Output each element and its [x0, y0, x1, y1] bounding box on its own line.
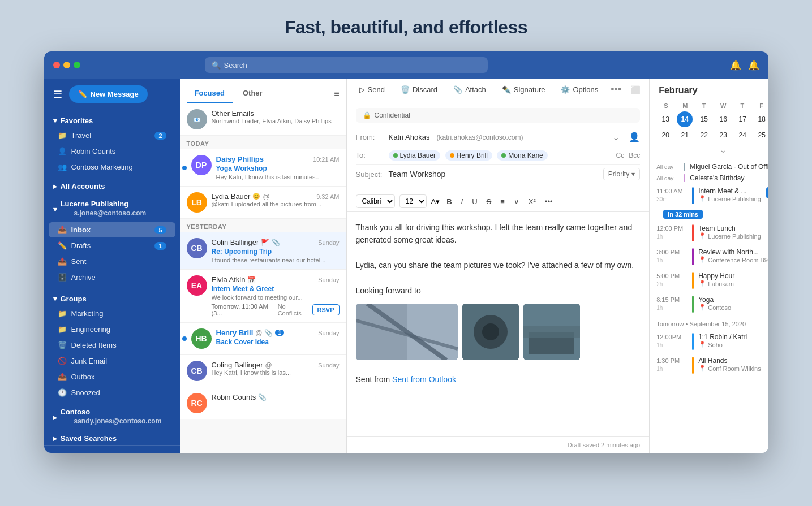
- calendar-event-yoga[interactable]: 8:15 PM 1h Yoga 📍 Contoso: [650, 292, 768, 316]
- cal-day-18[interactable]: 18: [754, 111, 768, 127]
- new-message-button[interactable]: ✏️ New Message: [69, 85, 148, 103]
- sidebar-item-deleted[interactable]: 🗑️ Deleted Items: [49, 338, 175, 353]
- calendar-event-allhands[interactable]: 1:30 PM 1h All Hands 📍 Conf Room Wilkins: [650, 353, 768, 377]
- join-button[interactable]: Join: [766, 187, 768, 198]
- sidebar-item-sent[interactable]: 📤 Sent: [49, 254, 175, 269]
- list-item[interactable]: EA Elvia Atkin 📅 Sunday Intern Meet & Gr…: [180, 270, 346, 323]
- font-select[interactable]: Calibri: [356, 194, 395, 208]
- italic-button[interactable]: I: [459, 196, 466, 207]
- sidebar-item-snoozed[interactable]: 🕐 Snoozed: [49, 385, 175, 400]
- font-size-select[interactable]: 12: [399, 194, 427, 208]
- priority-button[interactable]: Priority ▾: [603, 168, 640, 180]
- sidebar-item-contoso-marketing[interactable]: 👥 Contoso Marketing: [49, 159, 175, 175]
- lucerne-header[interactable]: ▾ Lucerne Publishing s.jones@contoso.com: [44, 195, 180, 222]
- sidebar-item-marketing[interactable]: 📁 Marketing: [49, 306, 175, 321]
- sidebar-item-drafts[interactable]: ✏️ Drafts 1: [49, 238, 175, 253]
- list-button[interactable]: ≡: [498, 196, 507, 207]
- attached-image-1[interactable]: [356, 304, 458, 360]
- attached-image-3[interactable]: [523, 304, 580, 360]
- bcc-button[interactable]: Bcc: [629, 152, 640, 159]
- more-options-icon[interactable]: •••: [611, 84, 621, 96]
- contoso-header[interactable]: ▸ Contoso sandy.jones@contoso.com: [44, 403, 180, 430]
- sidebar-item-junk[interactable]: 🚫 Junk Email: [49, 353, 175, 369]
- search-bar[interactable]: 🔍 Search: [205, 57, 488, 73]
- cal-day-17[interactable]: 17: [734, 111, 750, 127]
- engineering-folder-icon: 📁: [58, 325, 67, 334]
- underline-button[interactable]: U: [470, 196, 479, 207]
- filter-icon[interactable]: ≡: [334, 89, 339, 99]
- cal-day-21[interactable]: 21: [677, 127, 693, 143]
- cal-day-20[interactable]: 20: [658, 127, 673, 143]
- expand-icon[interactable]: ⬜: [630, 85, 640, 94]
- sidebar-item-engineering[interactable]: 📁 Engineering: [49, 322, 175, 337]
- bold-button[interactable]: B: [444, 196, 454, 207]
- more-bottom-icon[interactable]: •••: [124, 452, 135, 453]
- sidebar-item-inbox[interactable]: 📥 Inbox 5: [49, 222, 175, 237]
- options-button[interactable]: ⚙️ Options: [557, 83, 602, 96]
- attach-button[interactable]: 📎 Attach: [450, 83, 489, 96]
- all-day-event-miguel[interactable]: All day Miguel Garcia - Out of Office: [650, 161, 768, 172]
- groups-header[interactable]: ▾ Groups: [44, 290, 180, 305]
- cal-day-16[interactable]: 16: [715, 111, 731, 127]
- calendar-event-happy-hour[interactable]: 5:00 PM 2h Happy Hour 📍 Fabrikam: [650, 269, 768, 292]
- cc-button[interactable]: Cc: [616, 152, 625, 159]
- sidebar-item-robin[interactable]: 👤 Robin Counts: [49, 144, 175, 159]
- superscript-button[interactable]: X²: [526, 196, 538, 207]
- calendar-event-lunch[interactable]: 12:00 PM 1h Team Lunch 📍 Lucerne Publish…: [650, 221, 768, 245]
- all-day-event-celeste[interactable]: All day Celeste's Birthday: [650, 172, 768, 184]
- recipient-henry[interactable]: Henry Brill: [445, 150, 492, 161]
- favorites-header[interactable]: ▾ Favorites: [44, 112, 180, 127]
- cal-day-22[interactable]: 22: [696, 127, 712, 143]
- from-person-icon[interactable]: 👤: [629, 132, 640, 142]
- tab-focused[interactable]: Focused: [187, 84, 233, 103]
- list-item[interactable]: LB Lydia Bauer 😊 @ 9:32 AM @katri I uplo…: [180, 187, 346, 219]
- from-expand-icon[interactable]: ⌄: [612, 132, 620, 142]
- email-time: 9:32 AM: [316, 193, 339, 200]
- strikethrough-button[interactable]: S: [484, 196, 494, 207]
- expand-calendar-icon[interactable]: ⌄: [650, 143, 768, 157]
- text-color-icon[interactable]: A▾: [431, 197, 440, 206]
- more-format-button[interactable]: •••: [543, 196, 555, 207]
- list-item[interactable]: CB Colin Ballinger 🚩 📎 Sunday Re: Upcomi…: [180, 232, 346, 270]
- people-bottom-icon[interactable]: 👤: [101, 452, 113, 453]
- calendar-bottom-icon[interactable]: 📅: [77, 452, 89, 453]
- cal-day-14[interactable]: 14: [677, 111, 693, 127]
- list-item[interactable]: DP Daisy Phillips 10:21 AM Yoga Workshop…: [180, 149, 346, 187]
- list-item[interactable]: CB Coling Ballinger @ Sunday Hey Katri, …: [180, 355, 346, 387]
- recipient-mona[interactable]: Mona Kane: [497, 150, 547, 161]
- sidebar-item-travel[interactable]: 📁 Travel 2: [49, 128, 175, 143]
- list-item[interactable]: RC Robin Counts 📎: [180, 387, 346, 419]
- fullscreen-button[interactable]: [74, 62, 80, 68]
- cal-day-13[interactable]: 13: [658, 111, 673, 127]
- sidebar-item-outbox[interactable]: 📤 Outbox: [49, 369, 175, 384]
- list-item[interactable]: 📧 Other Emails Northwind Trader, Elvia A…: [180, 103, 346, 136]
- list-item[interactable]: HB Henry Brill @ 📎 1 Sunday Back Cover I…: [180, 323, 346, 355]
- all-accounts-header[interactable]: ▸ All Accounts: [44, 178, 180, 193]
- tab-other[interactable]: Other: [235, 84, 270, 103]
- sidebar-item-archive[interactable]: 🗄️ Archive: [49, 270, 175, 285]
- indent-button[interactable]: ∨: [512, 196, 522, 207]
- compose-body[interactable]: Thank you all for driving this workshop.…: [347, 212, 650, 436]
- attached-image-2[interactable]: [462, 304, 519, 360]
- hamburger-button[interactable]: ☰: [53, 88, 62, 101]
- cal-day-23[interactable]: 23: [715, 127, 731, 143]
- lucerne-section: ▾ Lucerne Publishing s.jones@contoso.com…: [44, 193, 180, 288]
- bell-icon[interactable]: 🔔: [748, 60, 759, 71]
- signature-button[interactable]: ✒️ Signature: [499, 83, 549, 96]
- minimize-button[interactable]: [63, 62, 70, 68]
- cal-day-24[interactable]: 24: [734, 127, 750, 143]
- cal-day-25[interactable]: 25: [754, 127, 768, 143]
- cal-day-15[interactable]: 15: [696, 111, 712, 127]
- notifications-icon[interactable]: 🔔: [730, 60, 741, 71]
- calendar-event-11[interactable]: 12:00PM 1h 1:1 Robin / Katri 📍 Soho: [650, 330, 768, 353]
- discard-button[interactable]: 🗑️ Discard: [397, 83, 441, 96]
- mail-bottom-icon[interactable]: ✉️: [53, 452, 66, 453]
- close-button[interactable]: [53, 62, 60, 68]
- outlook-link[interactable]: Sent from Outlook: [392, 375, 456, 384]
- rsvp-button[interactable]: RSVP: [312, 304, 340, 315]
- calendar-event-intern[interactable]: 11:00 AM 30m Intern Meet & ... 📍 Lucerne…: [650, 184, 768, 207]
- calendar-event-review[interactable]: 3:00 PM 1h Review with North... 📍 Confer…: [650, 245, 768, 269]
- send-button[interactable]: ▷ Send: [356, 83, 388, 96]
- recipient-lydia[interactable]: Lydia Bauer: [389, 150, 441, 161]
- saved-searches-header[interactable]: ▸ Saved Searches: [44, 430, 180, 445]
